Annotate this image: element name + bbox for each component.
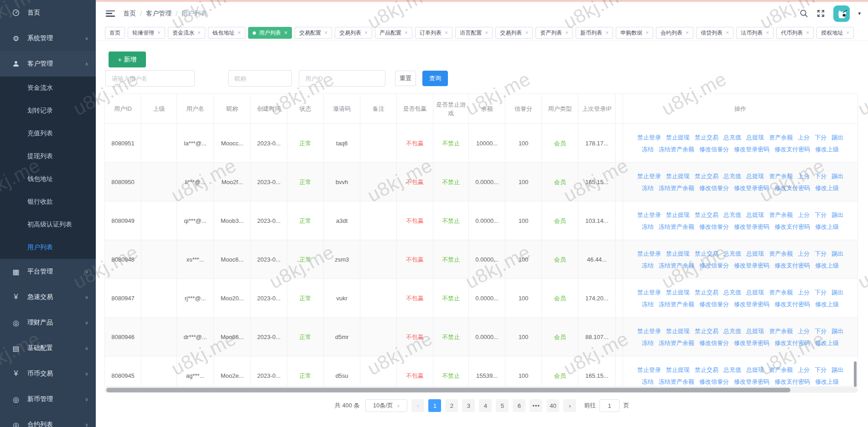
sidebar-subitem-钱包地址[interactable]: 钱包地址 bbox=[0, 168, 96, 190]
sidebar-subitem-划转记录[interactable]: 划转记录 bbox=[0, 99, 96, 122]
tab-交易列表[interactable]: 交易列表× bbox=[495, 27, 533, 39]
prev-page-button[interactable]: ‹ bbox=[411, 399, 424, 412]
action-link-禁止登录[interactable]: 禁止登录 bbox=[637, 249, 661, 258]
horizontal-scrollbar-thumb[interactable] bbox=[106, 388, 790, 392]
action-link-总提现[interactable]: 总提现 bbox=[746, 133, 764, 142]
action-link-修改登录密码[interactable]: 修改登录密码 bbox=[734, 377, 769, 386]
action-link-禁止交易[interactable]: 禁止交易 bbox=[695, 288, 718, 297]
sidebar-subitem-充值列表[interactable]: 充值列表 bbox=[0, 122, 96, 145]
action-link-禁止登录[interactable]: 禁止登录 bbox=[637, 288, 661, 297]
action-link-修改支付密码[interactable]: 修改支付密码 bbox=[774, 184, 810, 192]
action-link-修改登录密码[interactable]: 修改登录密码 bbox=[734, 300, 769, 309]
action-link-踢出[interactable]: 踢出 bbox=[832, 288, 843, 297]
action-link-禁止提现[interactable]: 禁止提现 bbox=[666, 288, 690, 297]
tab-订单列表[interactable]: 订单列表× bbox=[415, 27, 452, 39]
close-icon[interactable]: × bbox=[726, 30, 729, 36]
tab-借贷列表[interactable]: 借贷列表× bbox=[696, 27, 733, 39]
action-link-下分[interactable]: 下分 bbox=[815, 327, 826, 335]
sidebar-item-理财产品[interactable]: ◎理财产品∨ bbox=[0, 310, 96, 335]
page-button-5[interactable]: 5 bbox=[496, 399, 509, 412]
action-link-资产余额[interactable]: 资产余额 bbox=[769, 211, 793, 219]
action-link-冻结[interactable]: 冻结 bbox=[642, 261, 654, 270]
action-link-冻结[interactable]: 冻结 bbox=[642, 339, 654, 347]
tab-合约列表[interactable]: 合约列表× bbox=[656, 27, 693, 39]
action-link-总充值[interactable]: 总充值 bbox=[723, 327, 741, 335]
action-link-禁止交易[interactable]: 禁止交易 bbox=[695, 365, 718, 374]
search-button[interactable]: 查询 bbox=[422, 71, 448, 86]
tab-法币列表[interactable]: 法币列表× bbox=[736, 27, 774, 39]
action-link-修改支付密码[interactable]: 修改支付密码 bbox=[774, 377, 810, 386]
action-link-修改支付密码[interactable]: 修改支付密码 bbox=[774, 300, 810, 309]
avatar[interactable] bbox=[833, 5, 850, 22]
action-link-踢出[interactable]: 踢出 bbox=[832, 133, 843, 142]
action-link-资产余额[interactable]: 资产余额 bbox=[769, 172, 793, 180]
action-link-禁止登录[interactable]: 禁止登录 bbox=[637, 327, 661, 335]
action-link-资产余额[interactable]: 资产余额 bbox=[769, 288, 793, 297]
close-icon[interactable]: × bbox=[525, 30, 528, 36]
action-link-修改信誉分[interactable]: 修改信誉分 bbox=[699, 377, 729, 386]
action-link-踢出[interactable]: 踢出 bbox=[832, 327, 843, 335]
page-button-2[interactable]: 2 bbox=[445, 399, 458, 412]
tab-申购数据[interactable]: 申购数据× bbox=[616, 27, 653, 39]
action-link-上分[interactable]: 上分 bbox=[798, 327, 810, 335]
action-link-修改信誉分[interactable]: 修改信誉分 bbox=[699, 184, 729, 192]
action-link-冻结[interactable]: 冻结 bbox=[642, 184, 654, 192]
caret-down-icon[interactable]: ▾ bbox=[858, 10, 861, 16]
close-icon[interactable]: × bbox=[806, 30, 809, 36]
action-link-资产余额[interactable]: 资产余额 bbox=[769, 133, 793, 142]
reset-button[interactable]: 重置 bbox=[395, 71, 416, 86]
action-link-下分[interactable]: 下分 bbox=[815, 211, 826, 219]
search-icon[interactable] bbox=[800, 9, 808, 18]
action-link-修改登录密码[interactable]: 修改登录密码 bbox=[734, 145, 769, 154]
action-link-修改支付密码[interactable]: 修改支付密码 bbox=[774, 222, 810, 231]
action-link-总充值[interactable]: 总充值 bbox=[723, 133, 741, 142]
tab-交易配置[interactable]: 交易配置× bbox=[295, 27, 332, 39]
action-link-冻结[interactable]: 冻结 bbox=[642, 145, 654, 154]
close-icon[interactable]: × bbox=[445, 30, 448, 36]
sidebar-item-基础配置[interactable]: ▤基础配置∨ bbox=[0, 335, 96, 361]
action-link-修改上级[interactable]: 修改上级 bbox=[815, 300, 839, 309]
action-link-上分[interactable]: 上分 bbox=[798, 172, 810, 180]
close-icon[interactable]: × bbox=[405, 30, 408, 36]
action-link-修改支付密码[interactable]: 修改支付密码 bbox=[774, 145, 810, 154]
action-link-禁止登录[interactable]: 禁止登录 bbox=[637, 172, 661, 180]
close-icon[interactable]: × bbox=[565, 30, 568, 36]
action-link-下分[interactable]: 下分 bbox=[815, 249, 826, 258]
action-link-冻结[interactable]: 冻结 bbox=[642, 300, 654, 309]
close-icon[interactable]: × bbox=[846, 30, 849, 36]
action-link-修改上级[interactable]: 修改上级 bbox=[815, 377, 839, 386]
action-link-冻结资产余额[interactable]: 冻结资产余额 bbox=[659, 339, 694, 347]
action-link-总充值[interactable]: 总充值 bbox=[723, 172, 741, 180]
sidebar-subitem-初高级认证列表[interactable]: 初高级认证列表 bbox=[0, 213, 96, 236]
action-link-下分[interactable]: 下分 bbox=[815, 365, 826, 374]
action-link-冻结资产余额[interactable]: 冻结资产余额 bbox=[659, 300, 694, 309]
action-link-禁止登录[interactable]: 禁止登录 bbox=[637, 133, 661, 142]
action-link-修改登录密码[interactable]: 修改登录密码 bbox=[734, 261, 769, 270]
tab-用户列表[interactable]: 用户列表× bbox=[248, 27, 292, 39]
sidebar-subitem-提现列表[interactable]: 提现列表 bbox=[0, 145, 96, 168]
page-button-40[interactable]: 40 bbox=[546, 399, 559, 412]
sidebar-item-首页[interactable]: 首页 bbox=[0, 0, 96, 26]
tab-钱包地址[interactable]: 钱包地址× bbox=[208, 27, 245, 39]
page-button-4[interactable]: 4 bbox=[479, 399, 492, 412]
nickname-filter-input[interactable] bbox=[228, 70, 292, 87]
action-link-总充值[interactable]: 总充值 bbox=[723, 249, 741, 258]
action-link-总提现[interactable]: 总提现 bbox=[746, 211, 764, 219]
breadcrumb-home[interactable]: 首页 bbox=[123, 10, 136, 18]
action-link-踢出[interactable]: 踢出 bbox=[832, 211, 843, 219]
page-button-3[interactable]: 3 bbox=[462, 399, 475, 412]
userid-filter-input[interactable] bbox=[299, 70, 385, 87]
fullscreen-icon[interactable] bbox=[816, 9, 825, 18]
action-link-修改上级[interactable]: 修改上级 bbox=[815, 261, 839, 270]
action-link-禁止登录[interactable]: 禁止登录 bbox=[637, 365, 661, 374]
action-link-禁止交易[interactable]: 禁止交易 bbox=[695, 211, 718, 219]
close-icon[interactable]: × bbox=[766, 30, 769, 36]
vertical-scrollbar-thumb[interactable] bbox=[854, 361, 857, 387]
action-link-上分[interactable]: 上分 bbox=[798, 249, 810, 258]
close-icon[interactable]: × bbox=[645, 30, 649, 36]
hamburger-menu-icon[interactable] bbox=[106, 10, 115, 17]
action-link-总充值[interactable]: 总充值 bbox=[723, 288, 741, 297]
tab-产品配置[interactable]: 产品配置× bbox=[375, 27, 412, 39]
close-icon[interactable]: × bbox=[284, 30, 287, 36]
tab-资产列表[interactable]: 资产列表× bbox=[535, 27, 573, 39]
